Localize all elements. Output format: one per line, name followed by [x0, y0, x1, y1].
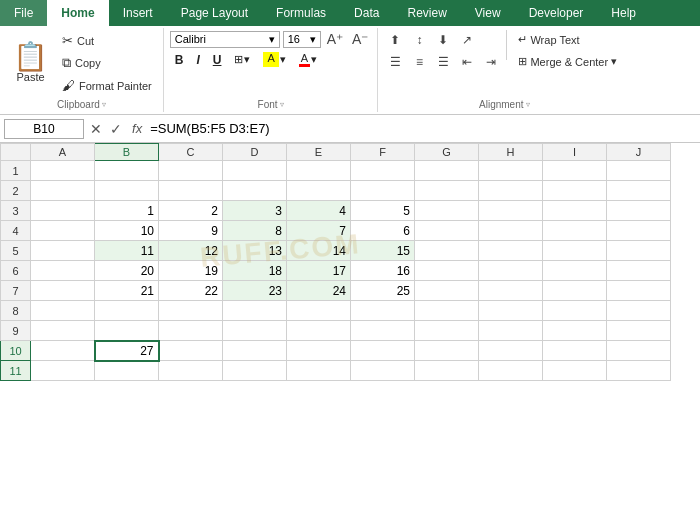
- row-header-4[interactable]: 4: [1, 221, 31, 241]
- cell-A5[interactable]: [31, 241, 95, 261]
- indent-increase-button[interactable]: ⇥: [480, 52, 502, 72]
- font-color-button[interactable]: A ▾: [294, 50, 322, 69]
- row-header-1[interactable]: 1: [1, 161, 31, 181]
- cell-A3[interactable]: [31, 201, 95, 221]
- cut-button[interactable]: ✂ Cut: [57, 30, 157, 51]
- cell-C7[interactable]: 22: [159, 281, 223, 301]
- cell-H6[interactable]: [479, 261, 543, 281]
- row-header-8[interactable]: 8: [1, 301, 31, 321]
- format-painter-button[interactable]: 🖌 Format Painter: [57, 75, 157, 96]
- cell-B11[interactable]: [95, 361, 159, 381]
- align-left-button[interactable]: ☰: [384, 52, 406, 72]
- font-name-dropdown[interactable]: Calibri ▾: [170, 31, 280, 48]
- cell-E9[interactable]: [287, 321, 351, 341]
- col-header-G[interactable]: G: [415, 144, 479, 161]
- cell-J2[interactable]: [607, 181, 671, 201]
- cell-H11[interactable]: [479, 361, 543, 381]
- cell-F1[interactable]: [351, 161, 415, 181]
- cell-J5[interactable]: [607, 241, 671, 261]
- cell-H5[interactable]: [479, 241, 543, 261]
- underline-button[interactable]: U: [208, 51, 227, 69]
- cell-G3[interactable]: [415, 201, 479, 221]
- row-header-6[interactable]: 6: [1, 261, 31, 281]
- cell-B3[interactable]: 1: [95, 201, 159, 221]
- cell-E7[interactable]: 24: [287, 281, 351, 301]
- cell-B1[interactable]: [95, 161, 159, 181]
- cell-D6[interactable]: 18: [223, 261, 287, 281]
- name-box[interactable]: [4, 119, 84, 139]
- cell-A6[interactable]: [31, 261, 95, 281]
- merge-center-button[interactable]: ⊞ Merge & Center ▾: [511, 52, 624, 71]
- cell-H4[interactable]: [479, 221, 543, 241]
- cell-F3[interactable]: 5: [351, 201, 415, 221]
- cell-E11[interactable]: [287, 361, 351, 381]
- cell-G7[interactable]: [415, 281, 479, 301]
- font-expand-icon[interactable]: ▿: [280, 100, 284, 109]
- cell-E3[interactable]: 4: [287, 201, 351, 221]
- cell-G10[interactable]: [415, 341, 479, 361]
- cell-D4[interactable]: 8: [223, 221, 287, 241]
- cell-J10[interactable]: [607, 341, 671, 361]
- fill-color-button[interactable]: A ▾: [258, 50, 290, 69]
- cell-D3[interactable]: 3: [223, 201, 287, 221]
- cell-H2[interactable]: [479, 181, 543, 201]
- cell-F10[interactable]: [351, 341, 415, 361]
- cell-C10[interactable]: [159, 341, 223, 361]
- row-header-9[interactable]: 9: [1, 321, 31, 341]
- cell-H1[interactable]: [479, 161, 543, 181]
- cell-A4[interactable]: [31, 221, 95, 241]
- cell-J11[interactable]: [607, 361, 671, 381]
- cell-J9[interactable]: [607, 321, 671, 341]
- cell-B4[interactable]: 10: [95, 221, 159, 241]
- cell-F4[interactable]: 6: [351, 221, 415, 241]
- cell-H7[interactable]: [479, 281, 543, 301]
- cell-B7[interactable]: 21: [95, 281, 159, 301]
- cell-F8[interactable]: [351, 301, 415, 321]
- border-button[interactable]: ⊞ ▾: [229, 51, 255, 68]
- col-header-D[interactable]: D: [223, 144, 287, 161]
- cell-A1[interactable]: [31, 161, 95, 181]
- cell-A9[interactable]: [31, 321, 95, 341]
- cell-G5[interactable]: [415, 241, 479, 261]
- tab-developer[interactable]: Developer: [515, 0, 598, 26]
- cell-G4[interactable]: [415, 221, 479, 241]
- indent-decrease-button[interactable]: ⇤: [456, 52, 478, 72]
- row-header-11[interactable]: 11: [1, 361, 31, 381]
- cell-D9[interactable]: [223, 321, 287, 341]
- cell-H9[interactable]: [479, 321, 543, 341]
- cell-A8[interactable]: [31, 301, 95, 321]
- cell-A7[interactable]: [31, 281, 95, 301]
- cell-F11[interactable]: [351, 361, 415, 381]
- cell-G1[interactable]: [415, 161, 479, 181]
- row-header-10[interactable]: 10: [1, 341, 31, 361]
- cell-I3[interactable]: [543, 201, 607, 221]
- cell-I2[interactable]: [543, 181, 607, 201]
- cell-I7[interactable]: [543, 281, 607, 301]
- formula-input[interactable]: [146, 119, 696, 138]
- cell-I9[interactable]: [543, 321, 607, 341]
- font-size-dropdown[interactable]: 16 ▾: [283, 31, 321, 48]
- cell-G2[interactable]: [415, 181, 479, 201]
- font-grow-button[interactable]: A⁺: [324, 30, 346, 48]
- col-header-F[interactable]: F: [351, 144, 415, 161]
- row-header-5[interactable]: 5: [1, 241, 31, 261]
- cell-C2[interactable]: [159, 181, 223, 201]
- bold-button[interactable]: B: [170, 51, 189, 69]
- col-header-E[interactable]: E: [287, 144, 351, 161]
- cell-I4[interactable]: [543, 221, 607, 241]
- clipboard-expand-icon[interactable]: ▿: [102, 100, 106, 109]
- cell-D10[interactable]: [223, 341, 287, 361]
- cell-B9[interactable]: [95, 321, 159, 341]
- cell-C5[interactable]: 12: [159, 241, 223, 261]
- cell-J6[interactable]: [607, 261, 671, 281]
- cell-B10[interactable]: 27: [95, 341, 159, 361]
- cell-I5[interactable]: [543, 241, 607, 261]
- cell-B2[interactable]: [95, 181, 159, 201]
- row-header-2[interactable]: 2: [1, 181, 31, 201]
- confirm-formula-button[interactable]: ✓: [108, 121, 124, 137]
- italic-button[interactable]: I: [191, 51, 204, 69]
- cell-E10[interactable]: [287, 341, 351, 361]
- cell-J4[interactable]: [607, 221, 671, 241]
- cell-E6[interactable]: 17: [287, 261, 351, 281]
- cell-C9[interactable]: [159, 321, 223, 341]
